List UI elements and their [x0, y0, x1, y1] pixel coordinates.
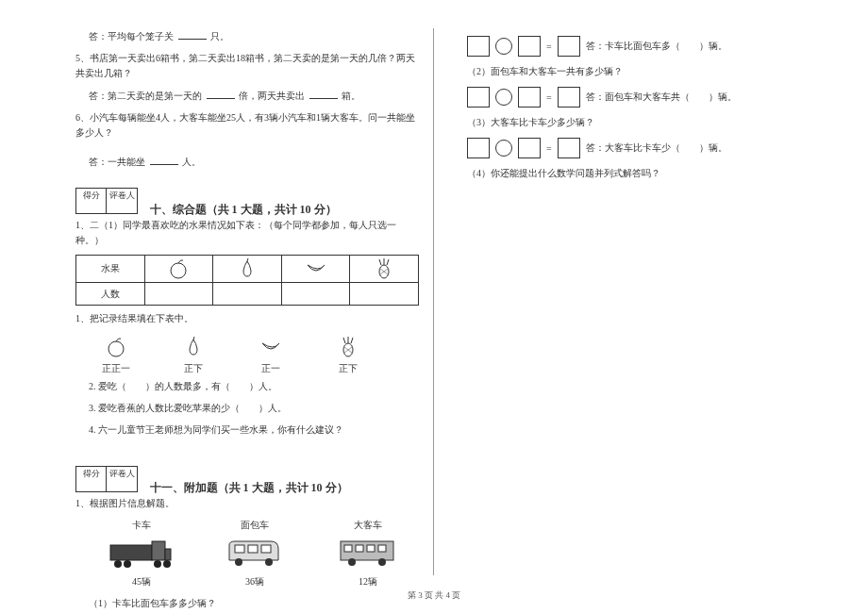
svg-rect-14 [248, 545, 258, 553]
score-box: 得分 评卷人 [75, 188, 138, 214]
text: 箱。 [342, 91, 360, 101]
count-cell[interactable] [350, 283, 419, 306]
svg-point-24 [378, 558, 386, 566]
operand-box[interactable] [518, 36, 541, 57]
operator-circle[interactable] [495, 89, 512, 106]
answer-cage: 答：平均每个笼子关 只。 [75, 28, 419, 44]
svg-rect-21 [367, 545, 375, 552]
equals-sign: = [546, 92, 552, 103]
sub2: 2. 爱吃（ ）的人数最多，有（ ）人。 [75, 379, 419, 394]
blank-input[interactable] [309, 88, 338, 99]
sub3: 3. 爱吃香蕉的人数比爱吃苹果的少（ ）人。 [75, 401, 419, 416]
count-cell[interactable] [144, 283, 213, 306]
svg-rect-15 [261, 545, 271, 553]
van-icon [222, 536, 288, 570]
orange-icon [102, 334, 130, 358]
tally-text: 正下 [172, 362, 215, 375]
fruit-table: 水果 人数 [75, 255, 419, 306]
grader-cell[interactable]: 评卷人 [107, 467, 137, 491]
operand-box[interactable] [518, 138, 541, 158]
score-cell[interactable]: 得分 [76, 467, 107, 491]
question-6: 6、小汽车每辆能坐4人，大客车能坐25人，有3辆小汽车和1辆大客车。问一共能坐多… [75, 110, 419, 141]
svg-rect-7 [152, 541, 165, 560]
q11-1: 1、根据图片信息解题。 [75, 496, 419, 511]
tally-text: 正正一 [94, 362, 138, 375]
fruit-cell-pear [213, 256, 282, 283]
table-header: 水果 [76, 256, 145, 283]
equals-sign: = [546, 143, 552, 154]
score-cell[interactable]: 得分 [76, 189, 107, 213]
svg-line-4 [193, 337, 194, 340]
count-cell[interactable] [213, 283, 282, 306]
grader-cell[interactable]: 评卷人 [107, 189, 137, 213]
score-box: 得分 评卷人 [75, 466, 138, 492]
right-column: = 答：卡车比面包车多（ ）辆。 （2）面包车和大客车一共有多少辆？ = 答：面… [462, 28, 783, 575]
question-5: 5、书店第一天卖出6箱书，第二天卖出18箱书，第二天卖的是第一天的几倍？两天共卖… [75, 51, 419, 81]
svg-point-16 [235, 558, 242, 566]
section-10-title: 十、综合题（共 1 大题，共计 10 分） [150, 202, 337, 218]
count-cell[interactable] [281, 283, 350, 306]
text: 人。 [182, 157, 201, 167]
svg-point-9 [114, 560, 122, 568]
page-content: 答：平均每个笼子关 只。 5、书店第一天卖出6箱书，第二天卖出18箱书，第二天卖… [75, 28, 821, 575]
table-row: 人数 [76, 283, 419, 306]
sub1: 1、把记录结果填在下表中。 [75, 311, 419, 326]
svg-point-10 [124, 560, 131, 568]
answer-text: 答：卡车比面包车多（ ）辆。 [586, 40, 727, 53]
section-11-header: 得分 评卷人 十一、附加题（共 1 大题，共计 10 分） [75, 455, 419, 496]
section-10-header: 得分 评卷人 十、综合题（共 1 大题，共计 10 分） [75, 176, 419, 218]
vehicle-van: 面包车 36辆 [217, 519, 292, 588]
result-box[interactable] [558, 36, 580, 57]
bus-icon [335, 536, 401, 570]
svg-rect-13 [235, 545, 244, 553]
result-box[interactable] [558, 87, 580, 108]
equation-row-2: = 答：面包车和大客车共（ ）辆。 [467, 87, 783, 108]
vehicle-label: 大客车 [330, 519, 406, 532]
vehicle-count: 12辆 [330, 575, 406, 588]
svg-rect-6 [110, 545, 152, 560]
blank-input[interactable] [178, 28, 207, 40]
r3-q: （3）大客车比卡车少多少辆？ [467, 115, 783, 130]
blank-input[interactable] [150, 154, 178, 165]
operand-box[interactable] [467, 87, 490, 108]
tally-col: 正下 [326, 334, 370, 375]
banana-icon [257, 334, 285, 358]
svg-point-3 [108, 341, 124, 356]
operator-circle[interactable] [495, 140, 512, 157]
text: 答：平均每个笼子关 [89, 31, 174, 41]
text: 倍，两天共卖出 [239, 91, 305, 101]
blank-input[interactable] [207, 88, 235, 99]
equation-row-1: = 答：卡车比面包车多（ ）辆。 [467, 36, 783, 57]
operand-box[interactable] [518, 87, 541, 108]
text: 答：一共能坐 [89, 157, 145, 167]
operand-box[interactable] [467, 138, 490, 158]
answer-6: 答：一共能坐 人。 [75, 154, 419, 170]
operand-box[interactable] [467, 36, 490, 57]
tally-text: 正下 [326, 362, 370, 375]
vehicle-count: 36辆 [217, 575, 292, 588]
svg-line-1 [247, 258, 248, 261]
svg-point-11 [154, 560, 161, 568]
svg-point-0 [171, 263, 186, 278]
tally-col: 正下 [172, 334, 215, 375]
vehicle-label: 面包车 [217, 519, 292, 532]
pineapple-icon [334, 334, 362, 358]
vehicle-row: 卡车 45辆 面包车 36辆 [75, 519, 419, 588]
svg-rect-20 [356, 545, 363, 552]
r2-q: （2）面包车和大客车一共有多少辆？ [467, 64, 783, 79]
vehicle-count: 45辆 [104, 575, 179, 588]
text: 只。 [210, 31, 229, 41]
vehicle-bus: 大客车 12辆 [330, 519, 406, 588]
orange-icon [164, 256, 192, 280]
pear-icon [233, 256, 261, 280]
pear-icon [179, 334, 208, 358]
svg-rect-8 [165, 549, 171, 560]
page-footer: 第 3 页 共 4 页 [0, 589, 868, 602]
svg-point-17 [265, 558, 273, 566]
fruit-cell-orange [144, 256, 213, 283]
tally-row: 正正一 正下 正一 正下 [75, 334, 419, 375]
banana-icon [302, 256, 330, 280]
result-box[interactable] [558, 138, 580, 158]
svg-point-23 [348, 558, 356, 566]
operator-circle[interactable] [495, 38, 512, 55]
